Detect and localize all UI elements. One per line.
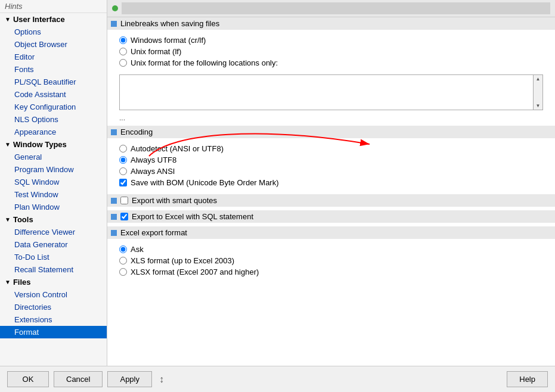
- sidebar-item-key-config[interactable]: Key Configuration: [0, 101, 107, 113]
- linebreaks-radio-group: Windows format (cr/lf) Unix format (lf) …: [107, 33, 555, 72]
- radio-utf8-label: Always UTF8: [131, 155, 176, 164]
- radio-xls[interactable]: XLS format (up to Excel 2003): [119, 256, 543, 265]
- scroll-down-icon[interactable]: ▼: [536, 103, 541, 108]
- sidebar-group-tools[interactable]: ▼ Tools: [0, 213, 107, 226]
- green-indicator: [112, 5, 118, 11]
- sidebar-item-general[interactable]: General: [0, 151, 107, 163]
- excel-format-radio-group: Ask XLS format (up to Excel 2003) XLSX f…: [107, 242, 555, 281]
- export-excel-section: Export to Excel with SQL statement: [107, 210, 555, 223]
- savebom-label: Save with BOM (Unicode Byte Order Mark): [131, 178, 279, 187]
- sidebar-item-format[interactable]: Format: [0, 326, 107, 338]
- scroll-up-icon[interactable]: ▲: [536, 76, 541, 82]
- sidebar-item-plan-window[interactable]: Plan Window: [0, 201, 107, 213]
- sidebar-item-recall[interactable]: Recall Statement: [0, 263, 107, 276]
- sidebar-item-object-browser[interactable]: Object Browser: [0, 38, 107, 51]
- hints-item[interactable]: Hints: [0, 0, 107, 13]
- radio-ask[interactable]: Ask: [119, 245, 543, 254]
- sidebar-item-data-gen[interactable]: Data Generator: [0, 238, 107, 251]
- radio-xls-input[interactable]: [119, 257, 127, 265]
- check-export-excel[interactable]: Export to Excel with SQL statement: [120, 212, 253, 221]
- linebreaks-header: Linebreaks when saving files: [107, 17, 555, 30]
- blue-square-icon-excel: [111, 214, 117, 220]
- radio-xlsx-label: XLSX format (Excel 2007 and higher): [131, 267, 259, 276]
- top-bar-field: [122, 2, 550, 14]
- chevron-down-icon-wt: ▼: [5, 141, 11, 148]
- chevron-down-icon-files: ▼: [5, 279, 11, 285]
- blue-square-icon-smart: [111, 198, 117, 204]
- sidebar-item-code-assistant[interactable]: Code Assistant: [0, 88, 107, 101]
- sidebar-item-fonts[interactable]: Fonts: [0, 63, 107, 76]
- export-excel-header: Export to Excel with SQL statement: [107, 210, 555, 223]
- help-button[interactable]: Help: [507, 371, 548, 387]
- linebreaks-label: Linebreaks when saving files: [120, 19, 219, 28]
- radio-unix-label: Unix format (lf): [131, 47, 181, 56]
- radio-autodetect-label: Autodetect (ANSI or UTF8): [131, 144, 224, 153]
- radio-autodetect[interactable]: Autodetect (ANSI or UTF8): [119, 144, 543, 153]
- sidebar-item-version-control[interactable]: Version Control: [0, 288, 107, 301]
- sidebar-item-sql-window[interactable]: SQL Window: [0, 176, 107, 188]
- smart-quotes-label: Export with smart quotes: [132, 196, 217, 205]
- blue-square-icon: [111, 21, 117, 27]
- apply-button[interactable]: Apply: [107, 371, 152, 387]
- radio-xlsx-input[interactable]: [119, 268, 127, 276]
- radio-ansi-input[interactable]: [119, 167, 127, 175]
- radio-utf8-input[interactable]: [119, 156, 127, 164]
- sidebar-item-editor[interactable]: Editor: [0, 51, 107, 63]
- group-label-tools: Tools: [13, 215, 33, 224]
- blue-square-icon-enc: [111, 129, 117, 135]
- check-savebom[interactable]: Save with BOM (Unicode Byte Order Mark): [119, 178, 543, 187]
- sidebar-item-plsql[interactable]: PL/SQL Beautifier: [0, 76, 107, 88]
- check-smart-quotes[interactable]: Export with smart quotes: [120, 196, 217, 205]
- chevron-down-icon-tools: ▼: [5, 216, 11, 223]
- excel-format-header: Excel export format: [107, 226, 555, 239]
- radio-ansi[interactable]: Always ANSI: [119, 167, 543, 176]
- hints-label: Hints: [5, 2, 23, 11]
- sidebar-item-appearance[interactable]: Appearance: [0, 126, 107, 138]
- radio-utf8[interactable]: Always UTF8: [119, 155, 543, 164]
- scrollbar[interactable]: ▲ ▼: [533, 75, 542, 110]
- radio-windows[interactable]: Windows format (cr/lf): [119, 36, 543, 45]
- export-smart-header: Export with smart quotes: [107, 194, 555, 207]
- encoding-header: Encoding: [107, 126, 555, 138]
- sidebar-item-test-window[interactable]: Test Window: [0, 188, 107, 201]
- radio-windows-input[interactable]: [119, 36, 127, 44]
- group-label-files: Files: [13, 278, 31, 287]
- radio-windows-label: Windows format (cr/lf): [131, 36, 206, 45]
- radio-unix[interactable]: Unix format (lf): [119, 47, 543, 56]
- footer: OK Cancel Apply ↕ Help: [0, 366, 555, 392]
- sidebar-item-directories[interactable]: Directories: [0, 301, 107, 313]
- radio-unix-loc-input[interactable]: [119, 59, 127, 67]
- encoding-label: Encoding: [120, 127, 153, 136]
- sidebar-item-nls[interactable]: NLS Options: [0, 113, 107, 126]
- radio-ask-input[interactable]: [119, 245, 127, 253]
- sidebar-item-program-window[interactable]: Program Window: [0, 163, 107, 176]
- sidebar: Hints ▼ User Interface Options Object Br…: [0, 0, 107, 366]
- locations-textbox[interactable]: ▲ ▼: [119, 74, 543, 110]
- savebom-checkbox[interactable]: [119, 179, 127, 186]
- export-smart-section: Export with smart quotes: [107, 194, 555, 207]
- radio-unix-locations[interactable]: Unix format for the following locations …: [119, 58, 543, 67]
- sidebar-item-options[interactable]: Options: [0, 26, 107, 38]
- blue-square-icon-fmt: [111, 230, 117, 236]
- ok-button[interactable]: OK: [7, 371, 49, 387]
- ellipsis-button[interactable]: ...: [107, 113, 555, 123]
- sidebar-item-todo[interactable]: To-Do List: [0, 251, 107, 263]
- radio-ansi-label: Always ANSI: [131, 167, 175, 176]
- radio-unix-loc-label: Unix format for the following locations …: [131, 58, 278, 67]
- sidebar-group-ui[interactable]: ▼ User Interface: [0, 13, 107, 26]
- excel-format-section: Excel export format Ask XLS format (up t…: [107, 226, 555, 281]
- sidebar-group-window-types[interactable]: ▼ Window Types: [0, 138, 107, 151]
- export-excel-checkbox[interactable]: [120, 213, 128, 220]
- radio-xlsx[interactable]: XLSX format (Excel 2007 and higher): [119, 267, 543, 276]
- sidebar-item-extensions[interactable]: Extensions: [0, 313, 107, 326]
- smart-quotes-checkbox[interactable]: [120, 197, 128, 204]
- sidebar-item-diff-viewer[interactable]: Difference Viewer: [0, 226, 107, 238]
- sort-icon: ↕: [159, 374, 164, 385]
- cancel-button[interactable]: Cancel: [54, 371, 103, 387]
- ellipsis-label: ...: [119, 114, 125, 122]
- sidebar-group-files[interactable]: ▼ Files: [0, 276, 107, 288]
- radio-autodetect-input[interactable]: [119, 145, 127, 153]
- radio-unix-input[interactable]: [119, 48, 127, 55]
- export-excel-label: Export to Excel with SQL statement: [132, 212, 253, 221]
- linebreaks-section: Linebreaks when saving files Windows for…: [107, 17, 555, 123]
